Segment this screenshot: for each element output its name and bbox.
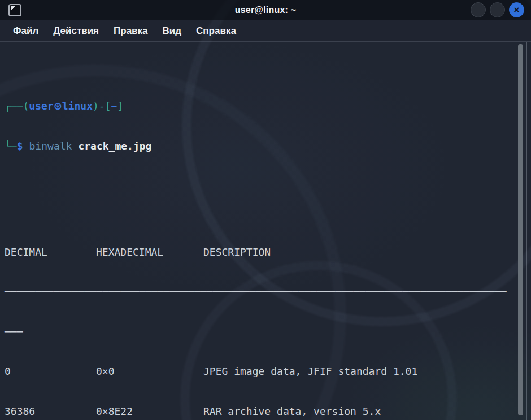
close-icon: × [514,5,520,15]
prompt-user: user [29,100,53,112]
menu-item-help[interactable]: Справка [189,20,243,42]
scrollbar[interactable] [516,44,525,415]
maximize-button[interactable] [490,2,505,18]
menu-item-file[interactable]: Файл [6,20,46,42]
menu-item-edit[interactable]: Правка [106,20,155,42]
command-arg: crack_me.jpg [78,140,151,152]
terminal-screen[interactable]: ┌──(user⊛linux)-[~] └─$binwalkcrack_me.j… [0,42,531,420]
table-row: 00×0JPEG image data, JFIF standard 1.01 [5,365,511,378]
prompt-host: linux [62,100,93,112]
window-controls: × [471,2,524,18]
window-edge-highlight [526,42,527,420]
titlebar: user@linux: ~ × [0,0,531,20]
terminal-content: ┌──(user⊛linux)-[~] └─$binwalkcrack_me.j… [5,46,511,420]
menu-item-actions[interactable]: Действия [46,20,106,42]
scrollbar-thumb[interactable] [518,44,523,415]
minimize-button[interactable] [471,2,486,18]
close-button[interactable]: × [509,2,524,18]
menu-item-view[interactable]: Вид [155,20,189,42]
menu-bar: Файл Действия Правка Вид Справка [0,20,531,42]
table-separator-wrap: ─── [5,325,511,339]
table-header: DECIMALHEXADECIMALDESCRIPTION [5,246,511,259]
command-binwalk: binwalk [29,140,72,152]
terminal-window: user@linux: ~ × Файл Действия Правка Вид… [0,0,531,420]
window-title: user@linux: ~ [0,0,531,20]
prompt-dir: ~ [111,100,117,112]
table-separator: ────────────────────────────────────────… [5,285,511,299]
prompt-line-1: ┌──(user⊛linux)-[~] [5,99,511,113]
kali-at-icon: ⊛ [54,100,62,112]
command-line-1: └─$binwalkcrack_me.jpg [5,139,511,153]
table-row: 363860×8E22RAR archive data, version 5.x [5,405,511,418]
